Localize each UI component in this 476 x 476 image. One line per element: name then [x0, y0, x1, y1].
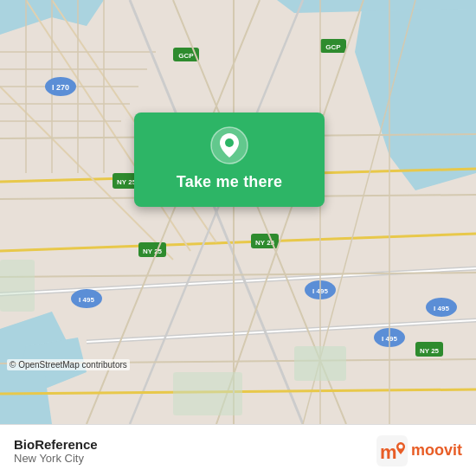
- svg-text:I 495: I 495: [434, 305, 449, 312]
- svg-rect-63: [294, 346, 346, 381]
- moovit-logo-icon: m: [376, 435, 408, 466]
- svg-text:m: m: [380, 441, 397, 463]
- svg-point-70: [398, 444, 402, 448]
- svg-point-67: [225, 138, 234, 147]
- location-city: New York City: [14, 452, 98, 465]
- location-card: Take me there: [134, 113, 325, 207]
- svg-rect-64: [0, 260, 35, 312]
- location-info: BioReference New York City: [14, 437, 98, 465]
- location-name: BioReference: [14, 437, 98, 452]
- moovit-text: moovit: [411, 441, 462, 460]
- bottom-bar: BioReference New York City m moovit: [0, 424, 476, 476]
- svg-text:GCP: GCP: [325, 43, 341, 51]
- map-attribution: © OpenStreetMap contributors: [7, 359, 130, 370]
- take-me-there-button[interactable]: Take me there: [177, 173, 282, 191]
- svg-text:NY 25: NY 25: [420, 347, 440, 355]
- moovit-logo: m moovit: [376, 435, 462, 466]
- location-pin-icon: [210, 126, 248, 164]
- map-container: I 270 NY 25A NY 25A GCP GCP NY 25 NY 25 …: [0, 0, 476, 424]
- svg-rect-65: [173, 372, 242, 415]
- svg-text:GCP: GCP: [178, 52, 194, 60]
- svg-text:I 270: I 270: [52, 83, 69, 92]
- svg-text:NY 25: NY 25: [143, 248, 163, 255]
- svg-text:I 495: I 495: [79, 296, 94, 304]
